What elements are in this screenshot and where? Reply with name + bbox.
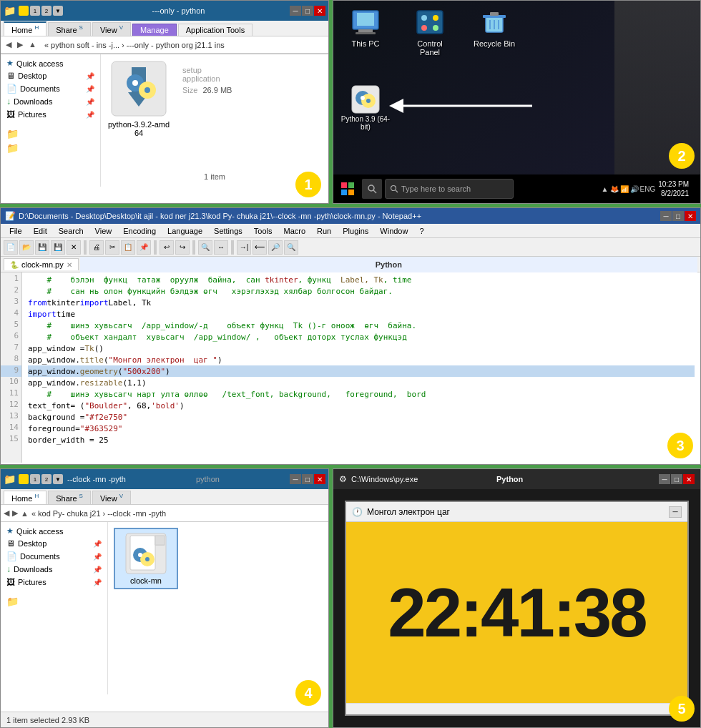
sidebar-downloads1[interactable]: ↓ Downloads 📌 xyxy=(1,95,100,108)
sidebar-desktop1[interactable]: 🖥 Desktop 📌 xyxy=(1,69,100,82)
taskbar-search[interactable]: Type here to search xyxy=(385,179,514,199)
tool-print[interactable]: 🖨 xyxy=(89,240,104,255)
sidebar-quick-access4[interactable]: ★ Quick access xyxy=(1,525,107,537)
sidebar-folder-yellow1[interactable]: 📁 xyxy=(1,127,100,141)
sidebar-documents1[interactable]: 📄 Documents 📌 xyxy=(1,82,100,95)
tool-new[interactable]: 📄 xyxy=(4,240,18,255)
tool-redo[interactable]: ↪ xyxy=(175,240,190,255)
menu-run[interactable]: Run xyxy=(311,226,337,236)
this-pc-icon[interactable]: This PC xyxy=(340,8,391,56)
tool-cut[interactable]: ✂ xyxy=(105,240,119,255)
rb4-btn3[interactable]: 2 xyxy=(41,474,52,484)
back-btn1[interactable]: ◀ xyxy=(4,39,14,50)
tool-paste[interactable]: 📌 xyxy=(137,240,151,255)
tab-manage1[interactable]: Manage xyxy=(132,24,177,36)
tool-save[interactable]: 💾 xyxy=(35,240,49,255)
address-bar4[interactable]: ◀ ▶ ▲ « kod Py- chuka j21 › --clock -mn … xyxy=(1,505,328,522)
tool-close[interactable]: ✕ xyxy=(67,240,81,255)
notepadpp-titlebar: 📝 D:\Documents - Desktop\Desktop\it ajil… xyxy=(1,208,700,224)
close-btn4[interactable]: ✕ xyxy=(314,474,325,484)
maximize-btn3[interactable]: □ xyxy=(672,211,684,221)
python-installer-file[interactable]: python-3.9.2-amd64 xyxy=(107,60,171,137)
menu-settings[interactable]: Settings xyxy=(208,226,248,236)
minimize-btn3[interactable]: ─ xyxy=(660,211,672,221)
ribbon-btn2[interactable]: 1 xyxy=(30,6,40,16)
folder-yellow-icon2: 📁 xyxy=(6,142,19,154)
max-btn5[interactable]: □ xyxy=(671,474,682,484)
sidebar-folder-yellow2[interactable]: 📁 xyxy=(1,141,100,155)
sidebar-desktop4[interactable]: 🖥 Desktop 📌 xyxy=(1,537,107,550)
menu-edit[interactable]: Edit xyxy=(28,226,53,236)
maximize-btn4[interactable]: □ xyxy=(302,474,313,484)
sidebar-pictures4[interactable]: 🖼 Pictures 📌 xyxy=(1,576,107,589)
tool-find[interactable]: 🔍 xyxy=(198,240,212,255)
back-btn4[interactable]: ◀ xyxy=(4,508,9,518)
sidebar-documents4[interactable]: 📄 Documents 📌 xyxy=(1,550,107,563)
tab-share1[interactable]: Share S xyxy=(48,22,91,36)
tab-home4[interactable]: Home H xyxy=(4,491,46,504)
up-btn1[interactable]: ▲ xyxy=(26,39,39,50)
tool-zoom-in[interactable]: 🔎 xyxy=(268,240,283,255)
menu-search[interactable]: Search xyxy=(53,226,89,236)
tool-open[interactable]: 📂 xyxy=(19,240,34,255)
close-btn5[interactable]: ✕ xyxy=(683,474,695,484)
rb4-btn4[interactable]: ▼ xyxy=(53,474,63,484)
ribbon-btn3[interactable]: 2 xyxy=(41,6,52,16)
tab-view1[interactable]: View V xyxy=(92,22,131,36)
control-panel-icon[interactable]: ControlPanel xyxy=(405,8,455,56)
sidebar-folder-yellow4a[interactable]: 📁 xyxy=(1,594,107,609)
tool-replace[interactable]: ↔ xyxy=(214,240,228,255)
python39-icon[interactable]: Python 3.9 (64-bit) xyxy=(340,85,391,131)
minimize-btn1[interactable]: ─ xyxy=(290,6,301,16)
status-text4: 1 item selected 2.93 KB xyxy=(6,716,89,724)
clock-mn-file[interactable]: clock-mn xyxy=(114,528,178,589)
tool-indent[interactable]: →| xyxy=(237,240,251,255)
ribbon-btn4[interactable]: ▼ xyxy=(53,6,63,16)
address-bar1[interactable]: ◀ ▶ ▲ « python soft - ins -j... › ---onl… xyxy=(1,36,328,54)
code-content3[interactable]: # бэлэн функц татаж оруулж байна, сан tk… xyxy=(22,272,700,463)
tool-copy[interactable]: 📋 xyxy=(121,240,135,255)
tab-apptools1[interactable]: Application Tools xyxy=(178,24,253,36)
tool-wrap[interactable]: ⟵ xyxy=(253,240,267,255)
tab-view4[interactable]: View V xyxy=(92,491,131,504)
sidebar-pictures1[interactable]: 🖼 Pictures 📌 xyxy=(1,108,100,121)
inner-min-btn[interactable]: ─ xyxy=(669,506,682,518)
maximize-btn1[interactable]: □ xyxy=(302,6,313,16)
close-btn3[interactable]: ✕ xyxy=(685,211,696,221)
forward-btn1[interactable]: ▶ xyxy=(15,39,25,50)
min-btn5[interactable]: ─ xyxy=(659,474,670,484)
menu-file[interactable]: File xyxy=(4,226,28,236)
sidebar-quick-access1[interactable]: ★ Quick access xyxy=(1,57,100,69)
menu-window[interactable]: Window xyxy=(374,226,413,236)
tab-close-btn[interactable]: ✕ xyxy=(67,261,72,269)
tab-share4[interactable]: Share S xyxy=(48,491,91,504)
tab-home1[interactable]: Home H xyxy=(4,21,46,36)
rb4-btn1[interactable] xyxy=(19,474,29,484)
tool-undo[interactable]: ↩ xyxy=(160,240,174,255)
clock-scrollbar[interactable] xyxy=(346,703,687,714)
ribbon-btn1[interactable] xyxy=(19,6,29,16)
line-14: 14 xyxy=(1,423,21,434)
menu-plugins[interactable]: Plugins xyxy=(337,226,374,236)
code-tab-active[interactable]: 🐍 clock-mn.py ✕ xyxy=(4,258,79,270)
sidebar-downloads4[interactable]: ↓ Downloads 📌 xyxy=(1,563,107,576)
recycle-bin-icon[interactable]: Recycle Bin xyxy=(469,8,519,56)
menu-encoding[interactable]: Encoding xyxy=(117,226,162,236)
menu-view[interactable]: View xyxy=(89,226,118,236)
menu-help[interactable]: ? xyxy=(413,226,429,236)
rb4-btn2[interactable]: 1 xyxy=(30,474,40,484)
forward-btn4[interactable]: ▶ xyxy=(12,508,18,518)
menu-macro[interactable]: Macro xyxy=(278,226,311,236)
clock-window-title: Монгол электрон цаг xyxy=(367,507,450,517)
tool-zoom-out[interactable]: 🔍 xyxy=(284,240,298,255)
menu-language[interactable]: Language xyxy=(162,226,208,236)
minimize-btn4[interactable]: ─ xyxy=(290,474,301,484)
up-btn4[interactable]: ▲ xyxy=(21,509,29,518)
main-content1: python-3.9.2-amd64 setupapplication Size… xyxy=(101,54,328,187)
pin-icon4b: 📌 xyxy=(93,553,102,561)
tool-saveall[interactable]: 💾 xyxy=(51,240,65,255)
menu-tools[interactable]: Tools xyxy=(248,226,278,236)
start-button[interactable] xyxy=(336,177,359,200)
search-taskbar-btn[interactable] xyxy=(362,179,382,199)
close-btn1[interactable]: ✕ xyxy=(314,6,325,16)
